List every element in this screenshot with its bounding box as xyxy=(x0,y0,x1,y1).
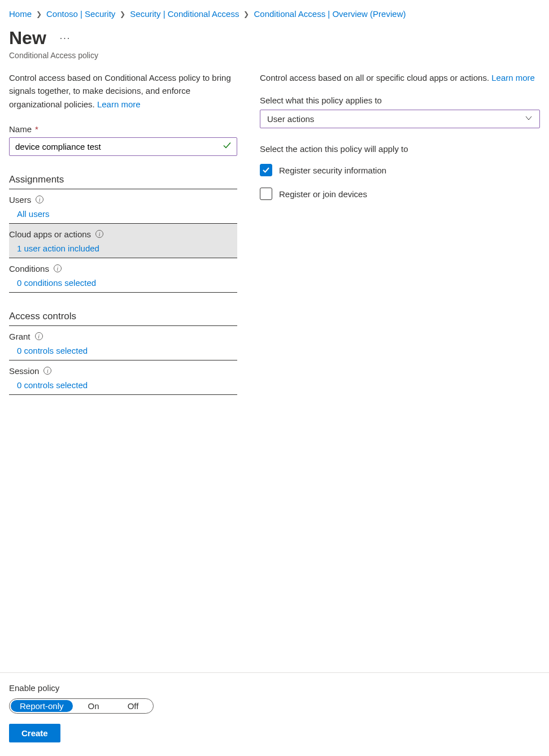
left-intro: Control access based on Conditional Acce… xyxy=(9,71,237,111)
breadcrumb: Home ❯ Contoso | Security ❯ Security | C… xyxy=(0,0,549,23)
enable-policy-toggle[interactable]: Report-only On Off xyxy=(9,698,154,714)
info-icon[interactable]: i xyxy=(54,264,62,272)
cloud-apps-row[interactable]: Cloud apps or actions i 1 user action in… xyxy=(9,224,237,258)
create-button[interactable]: Create xyxy=(9,724,60,742)
checkbox-row-register-devices[interactable]: Register or join devices xyxy=(260,182,540,206)
checkbox-label-register-devices: Register or join devices xyxy=(279,189,367,199)
chevron-right-icon: ❯ xyxy=(120,10,125,18)
grant-label: Grant xyxy=(9,332,30,341)
breadcrumb-item-conditional-access[interactable]: Security | Conditional Access xyxy=(130,9,239,19)
applies-to-value: User actions xyxy=(267,114,314,124)
page-subtitle: Conditional Access policy xyxy=(0,49,549,71)
session-value[interactable]: 0 controls selected xyxy=(9,380,237,390)
info-icon[interactable]: i xyxy=(36,195,43,203)
chevron-right-icon: ❯ xyxy=(243,10,249,18)
chevron-right-icon: ❯ xyxy=(36,10,42,18)
breadcrumb-item-home[interactable]: Home xyxy=(9,9,32,19)
page-title: New xyxy=(9,28,46,49)
users-row[interactable]: Users i All users xyxy=(9,189,237,224)
cloud-apps-label: Cloud apps or actions xyxy=(9,229,91,239)
conditions-row[interactable]: Conditions i 0 conditions selected xyxy=(9,258,237,293)
more-icon[interactable]: ··· xyxy=(60,33,71,44)
enable-policy-label: Enable policy xyxy=(9,683,540,693)
footer: Enable policy Report-only On Off Create xyxy=(0,672,549,756)
toggle-report-only[interactable]: Report-only xyxy=(11,700,73,712)
users-label: Users xyxy=(9,195,31,205)
access-controls-heading: Access controls xyxy=(9,306,237,326)
right-intro-text: Control access based on all or specific … xyxy=(260,73,491,82)
applies-to-label: Select what this policy applies to xyxy=(260,95,540,105)
right-intro: Control access based on all or specific … xyxy=(260,71,540,84)
checkbox-register-security[interactable] xyxy=(260,164,272,176)
breadcrumb-item-contoso-security[interactable]: Contoso | Security xyxy=(46,9,115,19)
checkbox-row-register-security[interactable]: Register security information xyxy=(260,158,540,182)
name-label: Name xyxy=(9,124,32,134)
grant-row[interactable]: Grant i 0 controls selected xyxy=(9,326,237,360)
session-row[interactable]: Session i 0 controls selected xyxy=(9,360,237,395)
learn-more-link-right[interactable]: Learn more xyxy=(491,73,535,82)
users-value[interactable]: All users xyxy=(9,209,237,219)
toggle-on[interactable]: On xyxy=(74,699,114,713)
info-icon[interactable]: i xyxy=(43,367,51,375)
checkbox-register-devices[interactable] xyxy=(260,188,272,200)
conditions-value[interactable]: 0 conditions selected xyxy=(9,278,237,288)
checkmark-icon xyxy=(223,141,232,152)
info-icon[interactable]: i xyxy=(95,230,103,238)
chevron-down-icon xyxy=(525,114,533,124)
toggle-off[interactable]: Off xyxy=(114,699,153,713)
action-label: Select the action this policy will apply… xyxy=(260,144,540,154)
required-mark: * xyxy=(35,124,38,134)
info-icon[interactable]: i xyxy=(35,332,43,340)
breadcrumb-item-overview[interactable]: Conditional Access | Overview (Preview) xyxy=(254,9,406,19)
session-label: Session xyxy=(9,366,39,376)
cloud-apps-value[interactable]: 1 user action included xyxy=(9,244,237,253)
name-input[interactable] xyxy=(9,137,237,156)
learn-more-link[interactable]: Learn more xyxy=(97,99,141,109)
checkbox-label-register-security: Register security information xyxy=(279,166,386,175)
applies-to-dropdown[interactable]: User actions xyxy=(260,110,540,128)
assignments-heading: Assignments xyxy=(9,170,237,189)
grant-value[interactable]: 0 controls selected xyxy=(9,346,237,355)
conditions-label: Conditions xyxy=(9,264,49,273)
